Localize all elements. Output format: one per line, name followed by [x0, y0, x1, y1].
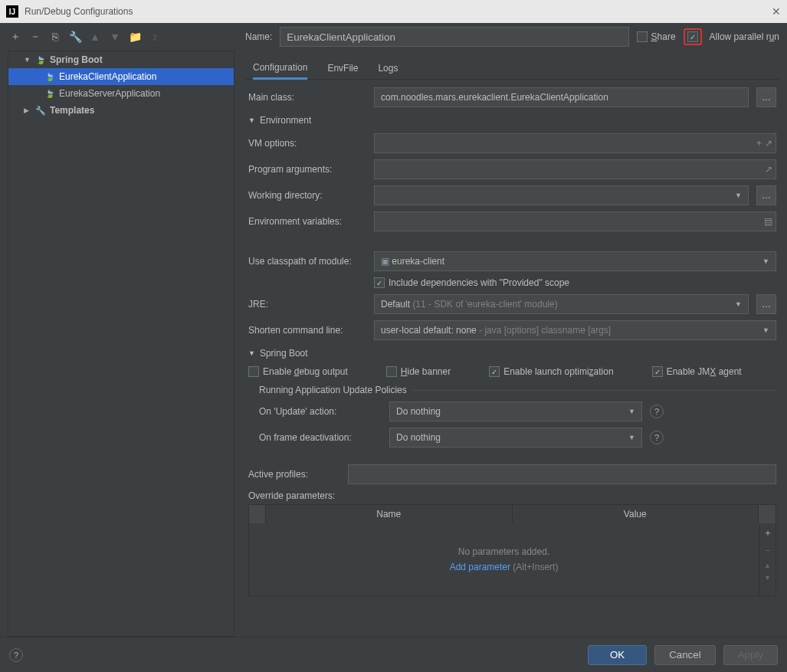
config-name-input[interactable] [280, 27, 628, 47]
chevron-down-icon: ▼ [24, 56, 31, 64]
enable-debug-checkbox[interactable]: Enable debug output [248, 366, 348, 377]
spring-boot-section-header[interactable]: ▼ Spring Boot [248, 348, 776, 359]
environment-section-header[interactable]: ▼ Environment [248, 115, 776, 126]
tree-node-eureka-client[interactable]: 🍃 EurekaClientApplication [8, 68, 234, 85]
hide-banner-checkbox[interactable]: Hide banner [386, 366, 451, 377]
move-down-button[interactable]: ▼ [107, 29, 123, 44]
config-tabs: Configuration EnvFile Logs [245, 57, 779, 80]
working-dir-input[interactable]: ▼ [374, 185, 749, 205]
env-vars-input[interactable]: ▤ [374, 211, 776, 231]
program-args-input[interactable]: ↗ [374, 159, 776, 179]
chevron-down-icon: ▼ [762, 257, 769, 265]
tree-label: EurekaClientApplication [59, 71, 156, 82]
on-frame-select[interactable]: Do nothing▼ [389, 428, 642, 447]
name-label: Name: [245, 31, 272, 42]
tab-logs[interactable]: Logs [378, 57, 398, 80]
list-icon[interactable]: ▤ [764, 216, 772, 227]
allow-parallel-checkbox[interactable] [687, 31, 698, 42]
add-param-button[interactable]: ＋ [763, 526, 772, 539]
highlight-box [684, 28, 702, 45]
expand-icon[interactable]: ↗ [765, 138, 772, 149]
apply-button[interactable]: Apply [723, 645, 778, 665]
browse-working-dir-button[interactable]: … [756, 185, 776, 205]
chevron-down-icon: ▼ [735, 300, 742, 308]
edit-config-button[interactable]: 🔧 [67, 29, 83, 44]
chevron-right-icon: ▶ [24, 107, 31, 114]
update-policies-title: Running Application Update Policies [259, 385, 776, 395]
checkbox-icon [386, 366, 397, 377]
checkbox-icon [489, 366, 500, 377]
help-icon[interactable]: ? [650, 405, 664, 418]
chevron-down-icon: ▼ [248, 116, 255, 124]
move-up-button[interactable]: ▲ [87, 29, 103, 44]
window-title: Run/Debug Configurations [25, 6, 133, 17]
help-icon[interactable]: ? [650, 431, 664, 444]
no-params-text: No parameters added. [458, 546, 549, 557]
classpath-label: Use classpath of module: [248, 256, 366, 267]
override-params-table: Name Value No parameters added. Add para… [248, 504, 776, 596]
program-args-label: Program arguments: [248, 164, 366, 175]
jmx-agent-checkbox[interactable]: Enable JMX agent [652, 366, 742, 377]
working-dir-label: Working directory: [248, 190, 366, 201]
add-icon[interactable]: + [756, 138, 762, 149]
ok-button[interactable]: OK [588, 645, 647, 665]
chevron-down-icon: ▼ [248, 349, 255, 357]
on-update-label: On 'Update' action: [259, 406, 382, 417]
close-icon[interactable]: ✕ [772, 5, 781, 18]
tab-envfile[interactable]: EnvFile [327, 57, 358, 80]
chevron-down-icon: ▼ [762, 326, 769, 334]
tree-node-templates[interactable]: ▶ 🔧 Templates [8, 102, 234, 119]
on-update-select[interactable]: Do nothing▼ [389, 402, 642, 421]
classpath-module-select[interactable]: ▣ eureka-client ▼ [374, 251, 776, 271]
include-provided-checkbox[interactable]: Include dependencies with "Provided" sco… [374, 277, 569, 288]
env-vars-label: Environment variables: [248, 216, 366, 227]
vm-options-input[interactable]: +↗ [374, 133, 776, 153]
main-class-input[interactable]: com.noodles.mars.eurekaclient.EurekaClie… [374, 87, 749, 107]
checkbox-icon [687, 31, 698, 42]
param-value-column: Value [513, 505, 759, 523]
jre-select[interactable]: Default (11 - SDK of 'eureka-client' mod… [374, 294, 749, 314]
chevron-down-icon: ▼ [735, 192, 742, 199]
launch-opt-checkbox[interactable]: Enable launch optimization [489, 366, 613, 377]
add-parameter-link[interactable]: Add parameter [450, 562, 510, 572]
jre-label: JRE: [248, 299, 366, 310]
spring-boot-icon: 🍃 [44, 70, 56, 83]
tree-node-spring-boot[interactable]: ▼ 🍃 Spring Boot [8, 51, 234, 68]
module-icon: ▣ [381, 256, 392, 267]
share-label: Share [651, 31, 676, 42]
active-profiles-input[interactable] [348, 464, 776, 484]
window-titlebar: IJ Run/Debug Configurations ✕ [0, 0, 787, 23]
copy-config-button[interactable]: ⎘ [48, 29, 63, 44]
sort-button[interactable]: ↕ [147, 29, 162, 44]
tree-node-eureka-server[interactable]: 🍃 EurekaServerApplication [8, 85, 234, 102]
tree-label: EurekaServerApplication [59, 88, 160, 99]
move-down-param-button: ▼ [764, 574, 771, 582]
app-icon: IJ [6, 5, 18, 18]
shorten-label: Shorten command line: [248, 325, 366, 336]
expand-icon[interactable]: ↗ [765, 164, 772, 175]
move-up-param-button: ▲ [764, 562, 771, 569]
tab-configuration[interactable]: Configuration [253, 57, 307, 80]
tree-label: Spring Boot [50, 54, 103, 65]
checkbox-icon [248, 366, 259, 377]
allow-parallel-label: Allow parallel run [710, 31, 779, 42]
config-tree[interactable]: ▼ 🍃 Spring Boot 🍃 EurekaClientApplicatio… [8, 51, 234, 637]
checkbox-icon [652, 366, 663, 377]
cancel-button[interactable]: Cancel [654, 645, 716, 665]
tree-label: Templates [50, 105, 94, 116]
folder-button[interactable]: 📁 [127, 29, 143, 44]
share-checkbox[interactable]: Share [637, 31, 676, 42]
chevron-down-icon: ▼ [628, 408, 635, 415]
spring-boot-icon: 🍃 [34, 54, 47, 66]
remove-config-button[interactable]: － [28, 29, 43, 44]
vm-options-label: VM options: [248, 138, 366, 149]
shorten-cmd-select[interactable]: user-local default: none - java [options… [374, 320, 776, 340]
checkbox-icon [374, 277, 385, 288]
help-button[interactable]: ? [9, 648, 23, 662]
param-name-column: Name [266, 505, 513, 523]
main-class-label: Main class: [248, 92, 366, 103]
spring-boot-icon: 🍃 [44, 87, 56, 100]
browse-jre-button[interactable]: … [756, 294, 776, 314]
browse-main-class-button[interactable]: … [756, 87, 776, 107]
add-config-button[interactable]: ＋ [8, 29, 23, 44]
